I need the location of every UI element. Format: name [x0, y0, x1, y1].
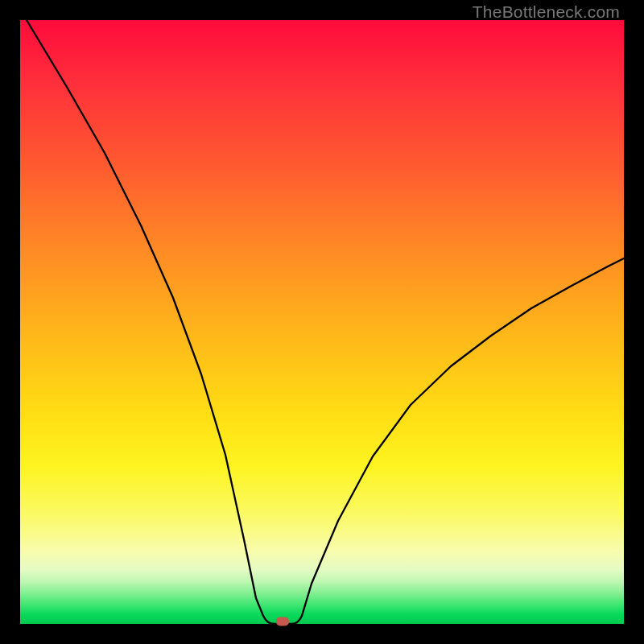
chart-frame: TheBottleneck.com: [0, 0, 644, 644]
watermark-text: TheBottleneck.com: [473, 2, 620, 22]
minimum-marker: [276, 617, 289, 626]
curve-path: [27, 20, 624, 624]
bottleneck-curve: [20, 20, 624, 624]
plot-area: [20, 20, 624, 624]
